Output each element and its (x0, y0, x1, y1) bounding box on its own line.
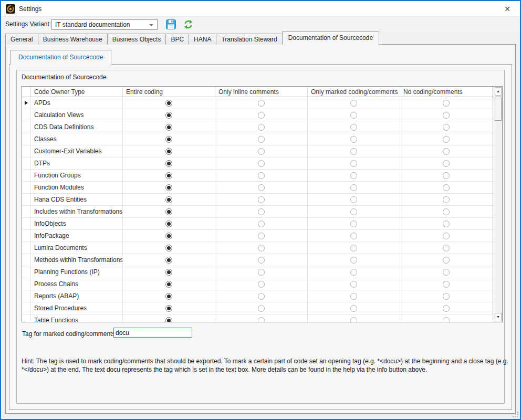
tab-general[interactable]: General (5, 34, 38, 45)
radio-dtps-only-marked-coding-comments[interactable] (350, 160, 357, 167)
radio-stored-procedures-entire-coding[interactable] (165, 305, 172, 312)
radio-infoobjects-only-inline-comments[interactable] (258, 220, 265, 227)
radio-customer-exit-variables-only-marked-coding-comments[interactable] (350, 148, 357, 155)
radio-includes-within-transformations-only-marked-coding-comments[interactable] (350, 208, 357, 215)
radio-calculation-views-no-coding-comments[interactable] (443, 112, 450, 119)
radio-planning-functions-ip-entire-coding[interactable] (165, 269, 172, 276)
radio-infoobjects-entire-coding[interactable] (165, 220, 172, 227)
column-header-code-owner-type[interactable]: Code Owner Type (31, 87, 123, 97)
radio-hana-cds-entities-only-marked-coding-comments[interactable] (350, 196, 357, 203)
radio-cds-data-definitions-entire-coding[interactable] (165, 124, 172, 131)
radio-apds-only-inline-comments[interactable] (258, 100, 265, 107)
radio-lumira-documents-only-inline-comments[interactable] (258, 245, 265, 251)
radio-table-functions-only-marked-coding-comments[interactable] (350, 317, 357, 322)
radio-includes-within-transformations-no-coding-comments[interactable] (443, 208, 450, 215)
radio-function-groups-only-inline-comments[interactable] (258, 172, 265, 179)
column-header-entire-coding[interactable]: Entire coding (123, 87, 215, 97)
radio-stored-procedures-only-inline-comments[interactable] (258, 305, 265, 312)
radio-includes-within-transformations-entire-coding[interactable] (165, 208, 172, 215)
tab-documentation-of-sourcecode[interactable]: Documentation of Sourcecode (282, 32, 379, 45)
radio-stored-procedures-no-coding-comments[interactable] (443, 305, 450, 312)
radio-process-chains-only-inline-comments[interactable] (258, 281, 265, 288)
radio-function-modules-only-inline-comments[interactable] (258, 184, 265, 191)
radio-classes-entire-coding[interactable] (165, 136, 172, 143)
radio-apds-only-marked-coding-comments[interactable] (350, 100, 357, 107)
radio-table-functions-entire-coding[interactable] (165, 317, 172, 322)
radio-cds-data-definitions-no-coding-comments[interactable] (443, 124, 450, 131)
radio-customer-exit-variables-no-coding-comments[interactable] (443, 148, 450, 155)
radio-reports-abap-only-inline-comments[interactable] (258, 293, 265, 300)
tab-business-objects[interactable]: Business Objects (107, 34, 166, 45)
tag-input[interactable] (113, 328, 192, 338)
radio-lumira-documents-entire-coding[interactable] (165, 245, 172, 251)
radio-dtps-no-coding-comments[interactable] (443, 160, 450, 167)
radio-function-modules-only-marked-coding-comments[interactable] (350, 184, 357, 191)
radio-infopackage-only-inline-comments[interactable] (258, 233, 265, 239)
radio-apds-no-coding-comments[interactable] (443, 100, 450, 107)
radio-reports-abap-entire-coding[interactable] (165, 293, 172, 300)
radio-customer-exit-variables-only-inline-comments[interactable] (258, 148, 265, 155)
radio-infopackage-entire-coding[interactable] (165, 233, 172, 239)
radio-function-groups-entire-coding[interactable] (165, 172, 172, 179)
radio-calculation-views-only-inline-comments[interactable] (258, 112, 265, 119)
column-header-only-marked-coding-comments[interactable]: Only marked coding/comments (308, 87, 400, 97)
radio-infopackage-only-marked-coding-comments[interactable] (350, 233, 357, 239)
radio-hana-cds-entities-only-inline-comments[interactable] (258, 196, 265, 203)
radio-dtps-only-inline-comments[interactable] (258, 160, 265, 167)
save-icon[interactable] (166, 19, 176, 29)
radio-classes-no-coding-comments[interactable] (443, 136, 450, 143)
radio-methods-within-transformations-only-marked-coding-comments[interactable] (350, 257, 357, 264)
scroll-up-icon[interactable]: ▲ (495, 87, 502, 96)
radio-infopackage-no-coding-comments[interactable] (443, 233, 450, 239)
radio-function-modules-entire-coding[interactable] (165, 184, 172, 191)
tab-business-warehouse[interactable]: Business Warehouse (38, 34, 108, 45)
radio-calculation-views-only-marked-coding-comments[interactable] (350, 112, 357, 119)
settings-variant-dropdown[interactable]: IT standard documentation (51, 19, 158, 30)
radio-function-modules-no-coding-comments[interactable] (443, 184, 450, 191)
radio-customer-exit-variables-entire-coding[interactable] (165, 148, 172, 155)
close-icon[interactable]: ✕ (499, 1, 516, 17)
radio-function-groups-only-marked-coding-comments[interactable] (350, 172, 357, 179)
inner-tab-documentation-of-sourcecode[interactable]: Documentation of Sourcecode (10, 50, 111, 65)
scrollbar-thumb[interactable] (495, 97, 502, 121)
radio-table-functions-no-coding-comments[interactable] (443, 317, 450, 322)
radio-process-chains-entire-coding[interactable] (165, 281, 172, 288)
radio-classes-only-marked-coding-comments[interactable] (350, 136, 357, 143)
radio-includes-within-transformations-only-inline-comments[interactable] (258, 208, 265, 215)
refresh-icon[interactable] (183, 19, 193, 29)
radio-lumira-documents-no-coding-comments[interactable] (443, 245, 450, 251)
tab-bpc[interactable]: BPC (165, 34, 189, 45)
radio-cds-data-definitions-only-inline-comments[interactable] (258, 124, 265, 131)
tab-hana[interactable]: HANA (189, 34, 216, 45)
scroll-down-icon[interactable]: ▼ (495, 313, 502, 321)
radio-planning-functions-ip-no-coding-comments[interactable] (443, 269, 450, 276)
radio-methods-within-transformations-only-inline-comments[interactable] (258, 257, 265, 264)
radio-infoobjects-no-coding-comments[interactable] (443, 220, 450, 227)
column-header-no-coding-comments[interactable]: No coding/comments (400, 87, 493, 97)
radio-function-groups-no-coding-comments[interactable] (443, 172, 450, 179)
tab-translation-steward[interactable]: Translation Steward (216, 34, 282, 45)
radio-cds-data-definitions-only-marked-coding-comments[interactable] (350, 124, 357, 131)
radio-dtps-entire-coding[interactable] (165, 160, 172, 167)
radio-reports-abap-no-coding-comments[interactable] (443, 293, 450, 300)
radio-lumira-documents-only-marked-coding-comments[interactable] (350, 245, 357, 251)
radio-table-functions-only-inline-comments[interactable] (258, 317, 265, 322)
vertical-scrollbar[interactable]: ▲ ▼ (494, 87, 502, 322)
radio-methods-within-transformations-entire-coding[interactable] (165, 257, 172, 264)
radio-planning-functions-ip-only-inline-comments[interactable] (258, 269, 265, 276)
option-cell-only-marked-coding-comments (308, 266, 400, 278)
radio-infoobjects-only-marked-coding-comments[interactable] (350, 220, 357, 227)
radio-apds-entire-coding[interactable] (165, 100, 172, 107)
radio-planning-functions-ip-only-marked-coding-comments[interactable] (350, 269, 357, 276)
radio-hana-cds-entities-no-coding-comments[interactable] (443, 196, 450, 203)
radio-reports-abap-only-marked-coding-comments[interactable] (350, 293, 357, 300)
column-header-only-inline-comments[interactable]: Only inline comments (215, 87, 308, 97)
radio-process-chains-only-marked-coding-comments[interactable] (350, 281, 357, 288)
radio-methods-within-transformations-no-coding-comments[interactable] (443, 257, 450, 264)
radio-stored-procedures-only-marked-coding-comments[interactable] (350, 305, 357, 312)
option-cell-only-inline-comments (215, 206, 308, 217)
radio-process-chains-no-coding-comments[interactable] (443, 281, 450, 288)
radio-hana-cds-entities-entire-coding[interactable] (165, 196, 172, 203)
radio-classes-only-inline-comments[interactable] (258, 136, 265, 143)
radio-calculation-views-entire-coding[interactable] (165, 112, 172, 119)
